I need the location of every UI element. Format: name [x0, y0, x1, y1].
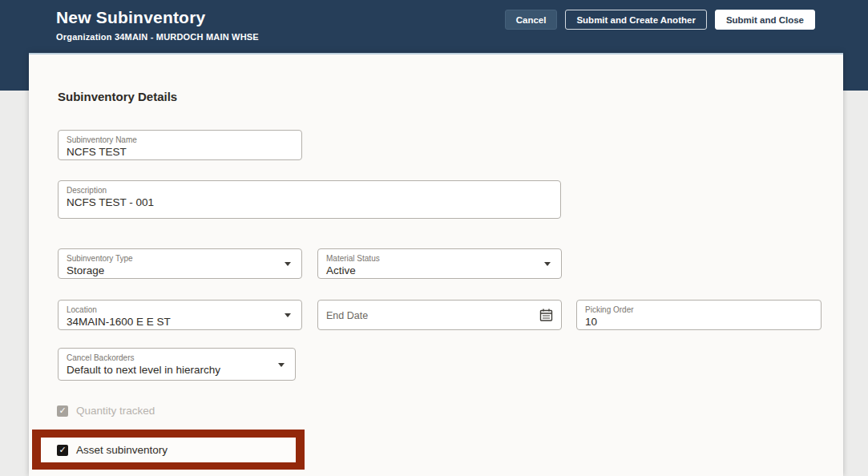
chevron-down-icon[interactable] — [544, 262, 551, 266]
quantity-tracked-checkbox: ✓ — [57, 405, 68, 417]
description-label: Description — [67, 185, 552, 196]
subinventory-type-dropdown[interactable]: Subinventory Type Storage — [58, 248, 302, 279]
organization-subtitle: Organization 34MAIN - MURDOCH MAIN WHSE — [56, 32, 259, 42]
quantity-tracked-checkbox-row: ✓ Quantity tracked — [57, 405, 155, 417]
location-label: Location — [67, 305, 293, 315]
checkmark-icon: ✓ — [59, 406, 66, 415]
description-field[interactable]: Description NCFS TEST - 001 — [58, 180, 561, 219]
checkmark-icon: ✓ — [59, 446, 66, 454]
quantity-tracked-label: Quantity tracked — [76, 405, 155, 417]
picking-order-value: 10 — [585, 315, 813, 329]
asset-subinventory-label: Asset subinventory — [76, 444, 168, 456]
cancel-backorders-dropdown[interactable]: Cancel Backorders Default to next level … — [58, 348, 296, 381]
subinventory-name-value: NCFS TEST — [67, 145, 293, 159]
highlight-annotation-box: ✓ Asset subinventory — [32, 430, 305, 470]
material-status-label: Material Status — [326, 253, 553, 264]
submit-and-close-button[interactable]: Submit and Close — [715, 10, 815, 30]
subinventory-type-value: Storage — [67, 264, 293, 277]
chevron-down-icon[interactable] — [278, 363, 285, 367]
calendar-icon[interactable] — [539, 309, 553, 322]
subinventory-name-label: Subinventory Name — [67, 135, 293, 145]
picking-order-label: Picking Order — [585, 305, 813, 315]
end-date-field[interactable]: End Date — [317, 300, 562, 330]
cancel-button[interactable]: Cancel — [505, 10, 558, 30]
subinventory-details-panel: Subinventory Details Subinventory Name N… — [29, 53, 843, 476]
subinventory-type-label: Subinventory Type — [67, 253, 293, 264]
cancel-backorders-label: Cancel Backorders — [67, 353, 287, 363]
subinventory-name-field[interactable]: Subinventory Name NCFS TEST — [58, 130, 302, 160]
picking-order-field[interactable]: Picking Order 10 — [576, 300, 822, 330]
header-actions: Cancel Submit and Create Another Submit … — [505, 10, 815, 30]
cancel-backorders-value: Default to next level in hierarchy — [67, 363, 287, 377]
chevron-down-icon[interactable] — [285, 313, 291, 317]
submit-and-create-another-button[interactable]: Submit and Create Another — [565, 10, 706, 30]
new-subinventory-page: New Subinventory Organization 34MAIN - M… — [0, 0, 868, 476]
asset-subinventory-checkbox-row[interactable]: ✓ Asset subinventory — [41, 438, 296, 462]
material-status-dropdown[interactable]: Material Status Active — [317, 248, 562, 279]
end-date-label: End Date — [326, 310, 368, 321]
material-status-value: Active — [326, 264, 553, 277]
chevron-down-icon[interactable] — [285, 262, 291, 266]
asset-subinventory-checkbox[interactable]: ✓ — [57, 445, 68, 456]
page-title: New Subinventory — [56, 8, 205, 27]
location-dropdown[interactable]: Location 34MAIN-1600 E E ST — [58, 300, 302, 330]
section-title: Subinventory Details — [58, 90, 177, 103]
location-value: 34MAIN-1600 E E ST — [67, 315, 293, 329]
description-value: NCFS TEST - 001 — [67, 196, 552, 209]
